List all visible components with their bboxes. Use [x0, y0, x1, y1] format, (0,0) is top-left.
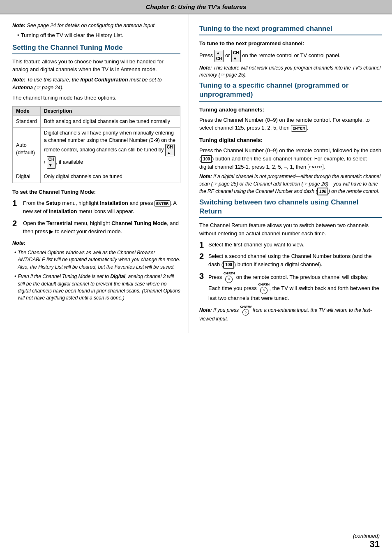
- digital-note: Note: If a digital channel is not progra…: [199, 173, 382, 195]
- mode-auto: Auto(default): [13, 128, 41, 171]
- set-mode-steps: 1 From the Setup menu, highlight Install…: [12, 199, 180, 235]
- bullet-history-text: Turning off the TV will clear the Histor…: [21, 32, 124, 38]
- dash-100-key: 100: [201, 155, 212, 163]
- desc-standard: Both analog and digital channels can be …: [40, 116, 180, 128]
- section-channel-tuning-title: Setting the Channel Tuning Mode: [12, 43, 180, 54]
- chrtn-button-2: CH RTN○: [258, 283, 269, 294]
- chapter-title: Chapter 6: Using the TV's features: [146, 3, 246, 10]
- channel-tuning-intro: This feature allows you to choose how tu…: [12, 58, 180, 74]
- section-specific-channel-title: Tuning to a specific channel (programmed…: [199, 81, 382, 101]
- section-next-channel-title: Tuning to the next programmed channel: [199, 24, 382, 35]
- mode-table: Mode Description Standard Both analog an…: [12, 106, 180, 183]
- step-2-num: 2: [12, 219, 20, 227]
- enter-key: ENTER: [154, 200, 171, 207]
- enter-key-3: ENTER: [308, 164, 324, 170]
- note-bullet-2: Even if the Channel Tuning Mode is set t…: [14, 273, 180, 302]
- right-step-3: 3 Press CH RTN○ on the remote control. T…: [199, 272, 382, 302]
- desc-digital: Only digital channels can be tuned: [40, 171, 180, 183]
- right-step-3-num: 3: [199, 272, 205, 280]
- digital-tuning-title: Tuning digital channels:: [199, 136, 382, 144]
- note-bullet-1-text: The Channel Options windows as well as t…: [18, 249, 180, 271]
- right-step-1-text: Select the first channel you want to vie…: [208, 241, 304, 249]
- step-1-text: From the Setup menu, highlight Installat…: [23, 199, 180, 215]
- procedure-tune-next: To tune to the next programmed channel:: [199, 39, 382, 48]
- right-step-1: 1 Select the first channel you want to v…: [199, 241, 382, 249]
- ch-up-key-r: ▲CH: [214, 50, 224, 62]
- note-antenna: Note: See page 24 for details on configu…: [12, 22, 180, 30]
- table-row: Digital Only digital channels can be tun…: [13, 171, 180, 183]
- dash-100-key-3: 100: [223, 261, 234, 269]
- page-footer: (continued) 31: [353, 533, 380, 550]
- right-step-2-num: 2: [199, 252, 205, 260]
- top-notes: Note: See page 24 for details on configu…: [12, 22, 180, 38]
- analog-tuning-title: Tuning analog channels:: [199, 106, 382, 114]
- step-2: 2 Open the Terrestrial menu, highlight C…: [12, 219, 180, 235]
- right-step-2: 2 Select a second channel using the Chan…: [199, 252, 382, 269]
- step-1: 1 From the Setup menu, highlight Install…: [12, 199, 180, 215]
- bottom-note-block: Note: The Channel Options windows as wel…: [12, 239, 180, 302]
- col-desc: Description: [40, 106, 180, 116]
- tune-next-note: Note: This feature will not work unless …: [199, 65, 382, 79]
- page: Chapter 6: Using the TV's features Note:…: [0, 0, 392, 557]
- bullet-history: Turning off the TV will clear the Histor…: [17, 32, 180, 38]
- digital-tuning-body: Press the Channel Number (0–9) on the re…: [199, 146, 382, 171]
- table-intro: The channel tuning mode has three option…: [12, 94, 180, 102]
- section-channel-return-title: Switching between two channels using Cha…: [199, 198, 382, 218]
- right-step-2-text: Select a second channel using the Channe…: [208, 252, 382, 269]
- chrtn-button: CH RTN○: [224, 272, 235, 283]
- note-bullet-1: The Channel Options windows as well as t…: [14, 249, 180, 271]
- continued-label: (continued): [353, 533, 380, 539]
- right-step-3-text: Press CH RTN○ on the remote control. The…: [208, 272, 382, 302]
- mode-digital: Digital: [13, 171, 41, 183]
- ch-down-key-r: CH▼: [231, 50, 240, 62]
- note-label: Note:: [12, 240, 25, 246]
- channel-return-intro: The Channel Return feature allows you to…: [199, 221, 382, 237]
- channel-return-note: Note: If you press CH RTN○ from a non-an…: [199, 305, 382, 323]
- right-column: Tuning to the next programmed channel To…: [189, 14, 392, 333]
- tune-next-body: Press ▲CH or CH▼ on the remote control o…: [199, 50, 382, 62]
- note-input-config: Note: To use this feature, the Input Con…: [12, 76, 180, 92]
- left-column: Note: See page 24 for details on configu…: [0, 14, 189, 333]
- page-number: 31: [353, 539, 380, 550]
- note-bullet-2-text: Even if the Channel Tuning Mode is set t…: [18, 273, 180, 302]
- right-step-1-num: 1: [199, 241, 205, 249]
- desc-auto: Digital channels will have priority when…: [40, 128, 180, 171]
- ch-up-key: CH▲: [165, 144, 174, 156]
- col-mode: Mode: [13, 106, 41, 116]
- ch-down-key: CH▼: [47, 156, 56, 169]
- chrtn-button-3: CH RTN○: [240, 305, 251, 316]
- mode-standard: Standard: [13, 116, 41, 128]
- page-header: Chapter 6: Using the TV's features: [0, 0, 392, 14]
- step-2-text: Open the Terrestrial menu, highlight Cha…: [23, 219, 180, 235]
- table-row: Auto(default) Digital channels will have…: [13, 128, 180, 171]
- enter-key-2: ENTER: [291, 125, 307, 132]
- table-row: Standard Both analog and digital channel…: [13, 116, 180, 128]
- procedure-set-mode: To set the Channel Tuning Mode:: [12, 188, 180, 196]
- step-1-num: 1: [12, 199, 20, 207]
- content-area: Note: See page 24 for details on configu…: [0, 14, 392, 333]
- channel-return-steps: 1 Select the first channel you want to v…: [199, 241, 382, 302]
- note-bullets-list: The Channel Options windows as well as t…: [14, 249, 180, 302]
- dash-100-key-2: 100: [317, 188, 328, 195]
- analog-tuning-body: Press the Channel Number (0–9) on the re…: [199, 116, 382, 132]
